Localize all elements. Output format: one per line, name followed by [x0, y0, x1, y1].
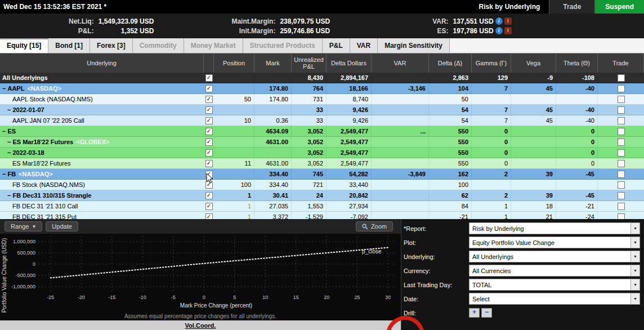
row-checkbox[interactable]: ✓ [205, 139, 213, 146]
update-button[interactable]: Update [46, 221, 78, 231]
tab-bond-1[interactable]: Bond [1] [48, 38, 90, 53]
row-checkbox[interactable]: ✓ [205, 213, 213, 220]
table-row[interactable]: −FB<NASDAQ>✓334.4074554,282-3,849162239-… [0, 169, 644, 180]
trade-checkbox[interactable] [618, 181, 625, 189]
table-row[interactable]: −ES✓4634.093,0522,549,477...55000 [0, 126, 644, 137]
column-header[interactable] [204, 53, 214, 73]
column-header-underlying[interactable]: Underlying [0, 53, 204, 73]
tab-var[interactable]: VAR [350, 38, 378, 53]
column-header-delta[interactable]: Delta (Δ) [429, 53, 472, 73]
chevron-down-icon[interactable]: ▼ [630, 237, 639, 248]
column-header-unrealized-p-l[interactable]: Unrealized P&L [292, 53, 327, 73]
cell-theta: -40 [556, 105, 598, 115]
row-checkbox[interactable]: ✓ [205, 74, 213, 82]
column-header-trade[interactable]: Trade [598, 53, 644, 73]
info-icon[interactable]: i [495, 17, 503, 25]
drill-expand-button[interactable]: + [469, 308, 480, 318]
table-row[interactable]: −AAPL<NASDAQ>✓174.8076418,166-3,14610474… [0, 83, 644, 94]
trade-checkbox[interactable] [618, 139, 625, 146]
suspend-button[interactable]: Suspend [595, 0, 644, 14]
chevron-down-icon[interactable]: ▼ [630, 279, 639, 290]
dropdown-plot[interactable]: Equity Portfolio Value Change▼ [469, 237, 640, 248]
trade-checkbox[interactable] [618, 74, 625, 82]
row-checkbox[interactable]: ✓ [205, 128, 213, 135]
info-icon[interactable]: i [495, 27, 503, 34]
row-checkbox[interactable]: ✓ [205, 106, 213, 114]
table-row[interactable]: −FB Dec31 310/315 Strangle✓130.412420,84… [0, 190, 644, 201]
trade-checkbox[interactable] [618, 213, 625, 220]
alert-icon[interactable]: ! [504, 17, 512, 25]
dropdown-currency[interactable]: All Currencies▼ [469, 265, 640, 277]
tab-p-l[interactable]: P&L [323, 38, 350, 53]
dropdown-last-trading-day[interactable]: TOTAL▼ [469, 279, 640, 291]
chevron-down-icon[interactable]: ▼ [630, 293, 639, 304]
trade-checkbox[interactable] [618, 106, 625, 114]
trade-checkbox[interactable] [618, 203, 625, 210]
collapse-icon[interactable]: − [2, 171, 6, 177]
table-row[interactable]: ES Mar18'22 Futures✓114631.003,0522,549,… [0, 158, 644, 169]
trade-checkbox[interactable] [618, 85, 625, 92]
column-header-mark[interactable]: Mark [254, 53, 292, 73]
collapse-icon[interactable]: − [2, 128, 6, 135]
y-axis-title: Portfolio Value Change (USD) [1, 238, 7, 313]
tab-margin-sensitivity[interactable]: Margin Sensitivity [378, 38, 450, 53]
tab-forex-3[interactable]: Forex [3] [90, 38, 133, 53]
zoom-button[interactable]: Zoom [356, 221, 393, 231]
collapse-icon[interactable]: − [7, 106, 11, 113]
table-row[interactable]: −2022-03-18✓3,0522,549,47755000 [0, 148, 644, 158]
table-row[interactable]: All Underlyings✓8,4302,894,1672,863129-9… [0, 73, 644, 83]
column-header-var[interactable]: VAR [372, 53, 429, 73]
cell-gamma [472, 94, 511, 104]
underlying-label: 2022-03-18 [12, 149, 44, 156]
trade-checkbox[interactable] [618, 192, 625, 199]
column-header-delta-dollars[interactable]: Delta Dollars [327, 53, 372, 73]
column-header-vega[interactable]: Vega [511, 53, 556, 73]
row-checkbox[interactable]: ✓ [205, 160, 213, 167]
trade-button[interactable]: Trade [549, 0, 595, 14]
plot-svg: 1,000,000500,0000-500,000-1,000,000-25-2… [0, 234, 401, 313]
dropdown-report[interactable]: Risk by Underlying▼ [469, 222, 640, 234]
trade-checkbox[interactable] [618, 171, 625, 178]
table-row[interactable]: FB DEC 31 '21 310 Call✓127.0351,55327,93… [0, 201, 644, 212]
row-checkbox[interactable]: ✓ [205, 96, 213, 103]
range-button[interactable]: Range ▼ [5, 221, 42, 231]
trade-checkbox[interactable] [618, 117, 625, 124]
chevron-down-icon[interactable]: ▼ [630, 223, 639, 234]
trade-checkbox[interactable] [618, 96, 625, 103]
row-checkbox[interactable]: ✓ [205, 85, 213, 92]
column-header-gamma[interactable]: Gamma (Γ) [472, 53, 511, 73]
cell-upl: 3,052 [292, 137, 327, 147]
collapse-icon[interactable]: − [7, 139, 11, 145]
dropdown-underlying[interactable]: All Underlyings▼ [469, 251, 640, 262]
tab-vol-coord[interactable]: Vol.Coord. [185, 322, 216, 329]
chevron-down-icon[interactable]: ▼ [630, 265, 639, 276]
row-checkbox[interactable]: ✓ [205, 192, 213, 199]
row-checkbox[interactable]: ✓ [205, 171, 213, 178]
alert-icon[interactable]: ! [504, 27, 512, 34]
table-row[interactable]: FB Stock (NASDAQ.NMS)✓100334.4072133,440… [0, 180, 644, 190]
table-row[interactable]: AAPL Stock (NASDAQ.NMS)✓50174.807318,740… [0, 94, 644, 105]
dropdown-date[interactable]: Select▼ [469, 293, 640, 305]
table-row[interactable]: −ES Mar18'22 Futures<GLOBEX>✓4631.003,05… [0, 137, 644, 148]
table-row[interactable]: AAPL JAN 07 '22 205 Call✓100.36339,42654… [0, 115, 644, 126]
trade-checkbox[interactable] [618, 128, 625, 135]
collapse-icon[interactable]: − [7, 192, 11, 199]
chevron-down-icon[interactable]: ▼ [630, 251, 639, 262]
column-header-theta[interactable]: Theta (Θ) [556, 53, 598, 73]
trade-checkbox[interactable] [618, 149, 625, 157]
collapse-icon[interactable]: − [7, 149, 11, 156]
row-checkbox[interactable]: ✓ [205, 181, 213, 189]
underlying-label: ES [7, 128, 16, 135]
cell-gamma: 0 [472, 137, 511, 147]
row-checkbox[interactable]: ✓ [205, 117, 213, 124]
table-row[interactable]: −2022-01-07✓339,42654745-40 [0, 105, 644, 115]
row-checkbox[interactable]: ✓ [205, 203, 213, 210]
drill-collapse-button[interactable]: − [481, 308, 492, 318]
collapse-icon[interactable]: − [2, 85, 6, 92]
row-checkbox[interactable]: ✓ [205, 149, 213, 157]
cell-var [372, 212, 429, 219]
column-header-position[interactable]: Position [214, 53, 254, 73]
tab-equity-15[interactable]: Equity [15] [0, 38, 48, 53]
table-row[interactable]: FB DEC 31 '21 315 Put✓13.372-1,529-7,092… [0, 212, 644, 219]
trade-checkbox[interactable] [618, 160, 625, 167]
